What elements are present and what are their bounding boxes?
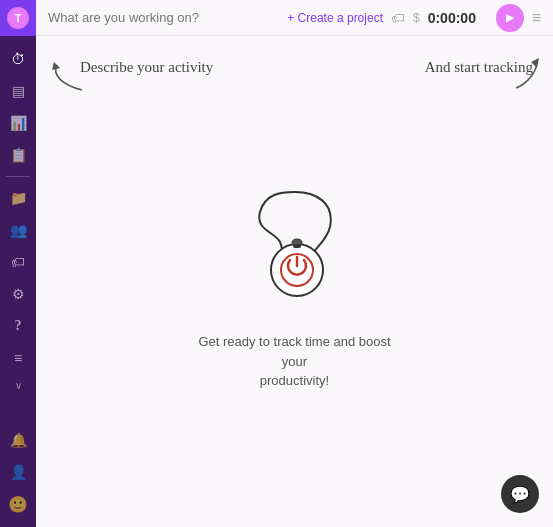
sidebar-item-notifications[interactable]: 🔔	[2, 425, 34, 455]
chevron-down-icon: ∨	[15, 380, 22, 391]
profile-icon: 🙂	[8, 495, 28, 514]
people-icon: 👥	[10, 222, 27, 238]
sidebar-nav-top: ⏱ ▤ 📊 📋 📁 👥 🏷 ⚙ ? ≡ ∨	[2, 40, 34, 425]
svg-point-6	[292, 239, 302, 245]
create-project-button[interactable]: + Create a project	[287, 11, 383, 25]
bell-icon: 🔔	[10, 432, 27, 448]
play-icon: ▶	[506, 11, 514, 24]
sidebar-item-tags[interactable]: 🏷	[2, 247, 34, 277]
reports-icon: 📊	[10, 115, 27, 131]
chat-icon: 💬	[510, 485, 530, 504]
chat-support-button[interactable]: 💬	[501, 475, 539, 513]
sidebar-nav-bottom: 🔔 👤 🙂	[2, 425, 34, 527]
sidebar-item-settings[interactable]: ⚙	[2, 279, 34, 309]
svg-marker-0	[52, 62, 60, 70]
sidebar: T ⏱ ▤ 📊 📋 📁 👥 🏷 ⚙ ? ≡	[0, 0, 36, 527]
logo-circle: T	[7, 7, 29, 29]
folder-icon: 📁	[10, 190, 27, 206]
sidebar-divider	[6, 176, 30, 177]
timer-icon: ⏱	[11, 51, 25, 67]
calendar-icon: 📋	[10, 147, 27, 163]
hint-describe-text: Describe your activity	[80, 59, 213, 75]
dashboard-icon: ▤	[12, 83, 25, 99]
arrow-right-svg	[511, 58, 551, 98]
sidebar-item-timer[interactable]: ⏱	[2, 44, 34, 74]
sidebar-item-profile[interactable]: 🙂	[2, 489, 34, 519]
tag-icon[interactable]: 🏷	[391, 10, 405, 26]
illustration-svg	[225, 172, 365, 312]
tag-icon: 🏷	[11, 254, 25, 270]
empty-state-content: Describe your activity And start trackin…	[36, 36, 553, 527]
hint-describe-container: Describe your activity	[80, 58, 213, 76]
hint-tracking-container: And start tracking	[425, 58, 533, 76]
sidebar-item-folder[interactable]: 📁	[2, 183, 34, 213]
sidebar-logo[interactable]: T	[0, 0, 36, 36]
sidebar-collapse[interactable]: ∨	[2, 375, 34, 395]
sidebar-item-help[interactable]: ?	[2, 311, 34, 341]
timer-display: 0:00:00	[428, 10, 488, 26]
more-menu-icon[interactable]: ≡	[532, 9, 541, 27]
hamburger-icon: ≡	[14, 350, 22, 366]
sidebar-item-user[interactable]: 👤	[2, 457, 34, 487]
arrow-left-svg	[42, 60, 92, 100]
topbar: + Create a project 🏷 $ 0:00:00 ▶ ≡	[36, 0, 553, 36]
main-content: + Create a project 🏷 $ 0:00:00 ▶ ≡ Descr…	[36, 0, 553, 527]
start-timer-button[interactable]: ▶	[496, 4, 524, 32]
help-icon: ?	[15, 318, 22, 334]
sidebar-item-calendar[interactable]: 📋	[2, 140, 34, 170]
user-icon: 👤	[10, 464, 27, 480]
activity-input[interactable]	[48, 10, 279, 25]
sidebar-item-reports[interactable]: 📊	[2, 108, 34, 138]
settings-icon: ⚙	[12, 286, 25, 302]
sidebar-item-menu[interactable]: ≡	[2, 343, 34, 373]
sidebar-item-people[interactable]: 👥	[2, 215, 34, 245]
svg-marker-1	[531, 58, 539, 68]
billable-icon[interactable]: $	[413, 11, 420, 25]
caption-text: Get ready to track time and boost your p…	[195, 332, 395, 391]
sidebar-item-dashboard[interactable]: ▤	[2, 76, 34, 106]
